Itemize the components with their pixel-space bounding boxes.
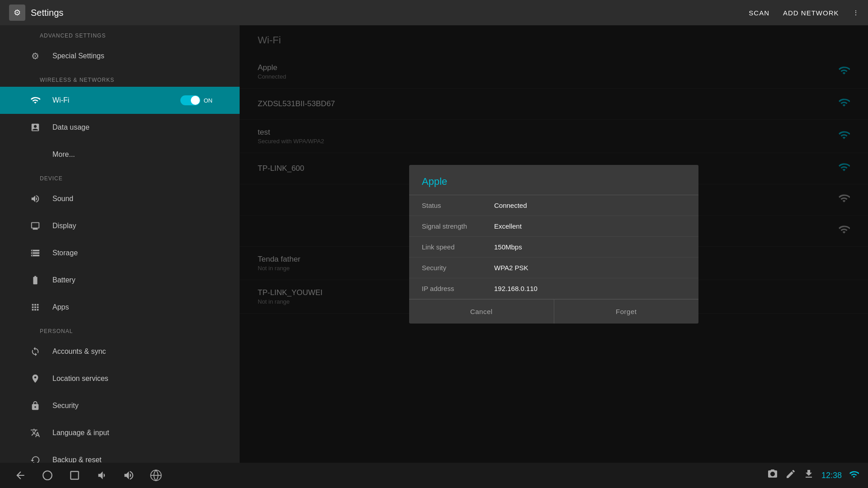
backup-reset-icon — [27, 452, 43, 463]
dialog-row-link-speed: Link speed 150Mbps — [409, 237, 698, 258]
sidebar-item-backup-reset[interactable]: Backup & reset — [0, 446, 240, 463]
special-settings-label: Special Settings — [52, 52, 104, 60]
dialog-value-ip: 192.168.0.110 — [494, 285, 538, 292]
dialog-value-security: WPA2 PSK — [494, 264, 528, 272]
sidebar-item-special-settings[interactable]: ⚙ Special Settings — [0, 42, 240, 70]
dialog-label-security: Security — [422, 264, 494, 272]
dialog-label-ip: IP address — [422, 285, 494, 292]
nav-back-button[interactable] — [9, 464, 32, 487]
sidebar-item-battery[interactable]: Battery — [0, 267, 240, 294]
wifi-label: Wi-Fi — [52, 96, 69, 104]
data-usage-label: Data usage — [52, 123, 90, 131]
dialog-row-security: Security WPA2 PSK — [409, 258, 698, 278]
svg-point-0 — [43, 471, 52, 480]
data-usage-icon — [27, 119, 43, 136]
sidebar-item-apps[interactable]: Apps — [0, 294, 240, 321]
dialog-value-signal: Excellent — [494, 222, 522, 230]
main-layout: ADVANCED SETTINGS ⚙ Special Settings WIR… — [0, 25, 868, 463]
language-input-icon — [27, 425, 43, 441]
dialog-cancel-button[interactable]: Cancel — [409, 300, 554, 324]
dialog-title: Apple — [409, 165, 698, 195]
accounts-sync-icon — [27, 343, 43, 360]
nav-vol-down-button[interactable] — [90, 464, 113, 487]
sidebar-item-language-input[interactable]: Language & input — [0, 419, 240, 446]
dialog-label-status: Status — [422, 202, 494, 209]
sidebar: ADVANCED SETTINGS ⚙ Special Settings WIR… — [0, 25, 240, 463]
sidebar-item-more[interactable]: More... — [0, 141, 240, 168]
dialog-label-signal: Signal strength — [422, 222, 494, 230]
special-settings-icon: ⚙ — [27, 48, 43, 64]
language-input-label: Language & input — [52, 429, 109, 437]
backup-reset-label: Backup & reset — [52, 456, 102, 463]
security-label: Security — [52, 402, 79, 410]
nav-recent-button[interactable] — [63, 464, 86, 487]
sidebar-item-storage[interactable]: Storage — [0, 239, 240, 267]
apps-icon — [27, 299, 43, 315]
accounts-sync-label: Accounts & sync — [52, 347, 106, 356]
dialog-overlay: Apple Status Connected Signal strength E… — [240, 25, 868, 463]
app-title: Settings — [31, 8, 63, 18]
more-options-icon[interactable]: ⋮ — [853, 9, 859, 16]
security-icon — [27, 398, 43, 414]
dialog-value-link-speed: 150Mbps — [494, 243, 522, 251]
svg-rect-1 — [71, 471, 78, 479]
sidebar-item-location-services[interactable]: Location services — [0, 365, 240, 392]
dialog-forget-button[interactable]: Forget — [554, 300, 699, 324]
dialog-value-status: Connected — [494, 202, 527, 209]
dialog-row-ip: IP address 192.168.0.110 — [409, 278, 698, 299]
storage-label: Storage — [52, 249, 78, 257]
nav-vol-up-button[interactable] — [118, 464, 140, 487]
topbar: ⚙ Settings SCAN ADD NETWORK ⋮ — [0, 0, 868, 25]
sound-icon — [27, 191, 43, 207]
top-actions: SCAN ADD NETWORK ⋮ — [749, 9, 859, 17]
bottom-right-icons: 12:38 — [767, 469, 859, 482]
wifi-detail-dialog: Apple Status Connected Signal strength E… — [409, 165, 698, 324]
section-label-advanced: ADVANCED SETTINGS — [0, 25, 240, 42]
settings-gear-icon: ⚙ — [14, 8, 21, 18]
dialog-row-signal: Signal strength Excellent — [409, 216, 698, 237]
download-icon[interactable] — [803, 469, 814, 482]
nav-settings-wheel-button[interactable] — [145, 464, 167, 487]
dialog-label-link-speed: Link speed — [422, 243, 494, 251]
sidebar-item-accounts-sync[interactable]: Accounts & sync — [0, 338, 240, 365]
location-services-label: Location services — [52, 375, 108, 383]
bottombar: 12:38 — [0, 463, 868, 488]
sound-label: Sound — [52, 195, 73, 203]
wifi-icon — [27, 92, 43, 108]
battery-icon — [27, 272, 43, 288]
pen-icon[interactable] — [785, 469, 796, 482]
apps-label: Apps — [52, 303, 69, 311]
sidebar-item-wifi[interactable]: Wi-Fi ON — [0, 87, 240, 114]
sidebar-item-data-usage[interactable]: Data usage — [0, 114, 240, 141]
battery-label: Battery — [52, 276, 75, 284]
section-label-personal: PERSONAL — [0, 321, 240, 338]
sidebar-item-sound[interactable]: Sound — [0, 185, 240, 212]
add-network-button[interactable]: ADD NETWORK — [783, 9, 839, 17]
location-services-icon — [27, 371, 43, 387]
sidebar-item-display[interactable]: Display — [0, 212, 240, 239]
storage-icon — [27, 245, 43, 261]
section-label-device: DEVICE — [0, 168, 240, 185]
nav-home-button[interactable] — [36, 464, 59, 487]
more-label: More... — [52, 150, 75, 159]
app-icon: ⚙ — [9, 5, 25, 21]
status-wifi-icon — [849, 469, 859, 482]
sidebar-item-security[interactable]: Security — [0, 392, 240, 419]
content-panel: Wi-Fi Apple Connected ZXDSL531BII-53BD67 — [240, 25, 868, 463]
screenshot-icon[interactable] — [767, 469, 778, 482]
wifi-toggle[interactable]: ON — [180, 95, 213, 105]
dialog-row-status: Status Connected — [409, 195, 698, 216]
display-icon — [27, 218, 43, 234]
more-icon — [27, 146, 43, 163]
dialog-actions: Cancel Forget — [409, 299, 698, 324]
scan-button[interactable]: SCAN — [749, 9, 769, 17]
display-label: Display — [52, 222, 76, 230]
time-display: 12:38 — [821, 471, 842, 480]
toggle-state-label: ON — [204, 97, 213, 104]
section-label-wireless: WIRELESS & NETWORKS — [0, 70, 240, 87]
